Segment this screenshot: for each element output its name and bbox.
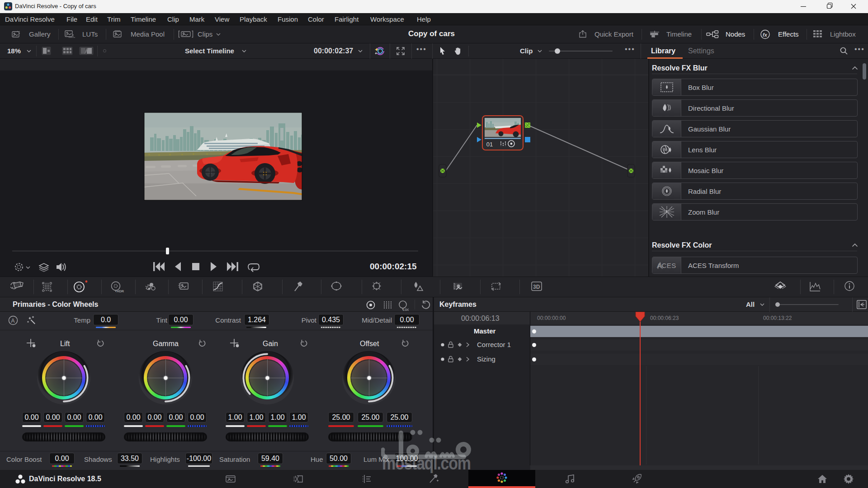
svg-text:HDR: HDR bbox=[117, 289, 124, 293]
svg-text:3D: 3D bbox=[533, 284, 540, 290]
svg-text:A: A bbox=[11, 318, 15, 324]
svg-text:01: 01 bbox=[486, 141, 493, 148]
svg-text:LOG: LOG bbox=[403, 308, 409, 311]
svg-text:fx: fx bbox=[763, 32, 768, 38]
